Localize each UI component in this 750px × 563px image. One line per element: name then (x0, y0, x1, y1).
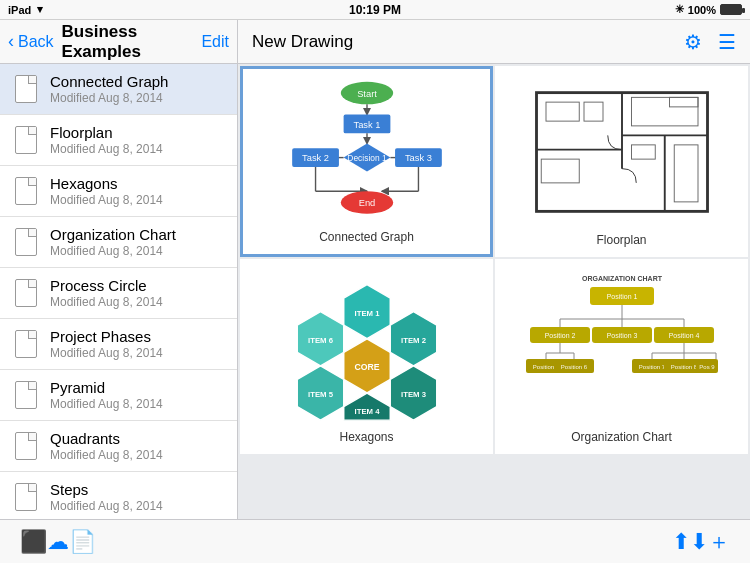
gallery-cell-floorplan[interactable]: Floorplan (495, 66, 748, 257)
sidebar-item-connected-graph[interactable]: Connected Graph Modified Aug 8, 2014 (0, 64, 237, 115)
gallery-cell-connected-graph[interactable]: Start Task 1 Decision 1 (240, 66, 493, 257)
bluetooth-icon: ✳ (675, 3, 684, 16)
nav-edit-button[interactable]: Edit (201, 33, 229, 51)
sidebar-item-hexagons[interactable]: Hexagons Modified Aug 8, 2014 (0, 166, 237, 217)
svg-text:ITEM 3: ITEM 3 (401, 390, 427, 399)
svg-text:Task 1: Task 1 (353, 120, 380, 130)
svg-text:ITEM 6: ITEM 6 (308, 336, 334, 345)
gallery: New Drawing ⚙ ☰ Start (238, 20, 750, 519)
svg-text:ORGANIZATION CHART: ORGANIZATION CHART (582, 275, 663, 282)
doc-icon-process-circle (12, 276, 40, 310)
download-icon[interactable]: ⬇ (690, 529, 708, 555)
sidebar-item-floorplan[interactable]: Floorplan Modified Aug 8, 2014 (0, 115, 237, 166)
svg-text:ITEM 5: ITEM 5 (308, 390, 334, 399)
hexagons-canvas: CORE ITEM 1 ITEM 2 ITEM 3 (250, 269, 483, 424)
gallery-label-floorplan: Floorplan (596, 233, 646, 247)
nav-title: Business Examples (62, 22, 202, 62)
settings-icon[interactable]: ⚙ (684, 30, 702, 54)
doc-icon-project-phases (12, 327, 40, 361)
svg-text:ITEM 1: ITEM 1 (354, 309, 380, 318)
gallery-title: New Drawing (252, 32, 353, 52)
doc-icon-connected-graph (12, 72, 40, 106)
doc-icon-quadrants (12, 429, 40, 463)
sidebar-item-project-phases[interactable]: Project Phases Modified Aug 8, 2014 (0, 319, 237, 370)
svg-text:Pos 9: Pos 9 (699, 364, 715, 370)
svg-rect-31 (674, 144, 698, 201)
gallery-label-org-chart: Organization Chart (571, 430, 672, 444)
gallery-label-connected-graph: Connected Graph (319, 230, 414, 244)
gallery-cell-hexagons[interactable]: CORE ITEM 1 ITEM 2 ITEM 3 (240, 259, 493, 454)
svg-text:Position 1: Position 1 (606, 293, 637, 300)
svg-text:Position 7: Position 7 (638, 364, 665, 370)
svg-text:CORE: CORE (354, 362, 379, 372)
doc-icon-org-chart (12, 225, 40, 259)
connected-graph-canvas: Start Task 1 Decision 1 (253, 79, 480, 224)
svg-rect-25 (546, 102, 579, 121)
svg-text:Position 4: Position 4 (668, 332, 699, 339)
gallery-icon-buttons: ⚙ ☰ (684, 30, 736, 54)
bottom-toolbar: ⬛ ☁ 📄 ⬆ ⬇ ＋ (0, 519, 750, 563)
nav-left: ‹ Back Business Examples (8, 22, 201, 62)
battery-icon (720, 4, 742, 15)
svg-text:Position 2: Position 2 (544, 332, 575, 339)
sidebar-item-steps[interactable]: Steps Modified Aug 8, 2014 (0, 472, 237, 519)
doc-icon-hexagons (12, 174, 40, 208)
status-left: iPad ▾ (8, 3, 43, 16)
svg-text:Position 6: Position 6 (560, 364, 587, 370)
cloud-icon[interactable]: ☁ (47, 529, 69, 555)
doc-icon-floorplan (12, 123, 40, 157)
add-icon[interactable]: ＋ (708, 527, 730, 557)
svg-text:Task 3: Task 3 (404, 153, 431, 163)
gallery-header: New Drawing ⚙ ☰ (238, 20, 750, 64)
add-document-icon[interactable]: 📄 (69, 529, 96, 555)
battery-label: 100% (688, 4, 716, 16)
main-container: ‹ Back Business Examples Edit Connected … (0, 20, 750, 563)
back-arrow-icon[interactable]: ‹ (8, 31, 14, 52)
svg-text:ITEM 2: ITEM 2 (401, 336, 426, 345)
svg-text:Task 2: Task 2 (302, 153, 329, 163)
org-chart-canvas: ORGANIZATION CHART Position 1 (505, 269, 738, 424)
edit-label[interactable]: Edit (201, 33, 229, 50)
back-button[interactable]: Back (18, 33, 54, 51)
status-time: 10:19 PM (349, 3, 401, 17)
sidebar-item-pyramid[interactable]: Pyramid Modified Aug 8, 2014 (0, 370, 237, 421)
svg-text:Decision 1: Decision 1 (347, 153, 387, 163)
sidebar: ‹ Back Business Examples Edit Connected … (0, 20, 238, 519)
tablet-icon[interactable]: ⬛ (20, 529, 47, 555)
svg-text:ITEM 4: ITEM 4 (354, 407, 380, 416)
share-icon[interactable]: ⬆ (672, 529, 690, 555)
svg-text:Position 8: Position 8 (670, 364, 697, 370)
menu-icon[interactable]: ☰ (718, 30, 736, 54)
svg-rect-29 (541, 159, 579, 183)
sidebar-nav-bar: ‹ Back Business Examples Edit (0, 20, 237, 64)
svg-text:Start: Start (357, 89, 377, 99)
gallery-grid: Start Task 1 Decision 1 (238, 64, 750, 456)
content-area: ‹ Back Business Examples Edit Connected … (0, 20, 750, 519)
gallery-cell-org-chart[interactable]: ORGANIZATION CHART Position 1 (495, 259, 748, 454)
sidebar-item-quadrants[interactable]: Quadrants Modified Aug 8, 2014 (0, 421, 237, 472)
sidebar-item-org-chart[interactable]: Organization Chart Modified Aug 8, 2014 (0, 217, 237, 268)
floorplan-canvas (505, 76, 738, 227)
gallery-label-hexagons: Hexagons (339, 430, 393, 444)
status-right: ✳ 100% (675, 3, 742, 16)
svg-rect-26 (584, 102, 603, 121)
doc-icon-pyramid (12, 378, 40, 412)
svg-text:Position 3: Position 3 (606, 332, 637, 339)
svg-text:End: End (358, 198, 375, 208)
wifi-icon: ▾ (37, 3, 43, 16)
status-bar: iPad ▾ 10:19 PM ✳ 100% (0, 0, 750, 20)
sidebar-item-process-circle[interactable]: Process Circle Modified Aug 8, 2014 (0, 268, 237, 319)
svg-rect-27 (631, 97, 698, 126)
doc-icon-steps (12, 480, 40, 514)
svg-rect-28 (669, 97, 698, 107)
ipad-label: iPad (8, 4, 31, 16)
svg-rect-30 (631, 144, 655, 158)
